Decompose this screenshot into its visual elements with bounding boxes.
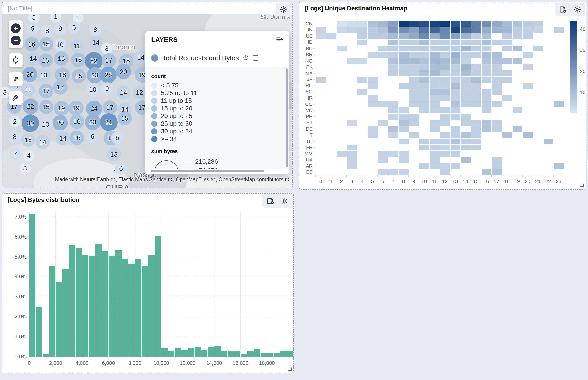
heatmap-cell[interactable] — [471, 95, 482, 101]
histogram-bar[interactable] — [227, 351, 234, 357]
heatmap-cell[interactable] — [471, 52, 482, 58]
heatmap-cell[interactable] — [398, 27, 409, 33]
heatmap-cell[interactable] — [367, 33, 378, 39]
heatmap-cell[interactable] — [419, 107, 430, 114]
heatmap-cell[interactable] — [450, 27, 461, 33]
cluster-bubble[interactable]: 10 — [53, 38, 67, 51]
heatmap-cell[interactable] — [357, 39, 368, 46]
heatmap-cell[interactable] — [398, 64, 409, 70]
heatmap-cell[interactable] — [440, 138, 450, 145]
heatmap-cell[interactable] — [430, 70, 440, 76]
heatmap-cell[interactable] — [440, 52, 450, 58]
heatmap-cell[interactable] — [409, 64, 419, 70]
map-canvas[interactable]: St. John'sTorontoNassauCUBA 511989681615… — [2, 14, 292, 188]
heatmap-cell[interactable] — [419, 52, 430, 58]
heatmap-cell[interactable] — [492, 21, 502, 27]
cluster-bubble[interactable]: 11 — [22, 83, 35, 96]
heatmap-cell[interactable] — [450, 82, 461, 89]
heatmap-cell[interactable] — [492, 101, 502, 108]
heatmap-cell[interactable] — [430, 120, 440, 126]
heatmap-cell[interactable] — [409, 45, 419, 52]
heatmap-cell[interactable] — [419, 82, 430, 89]
heatmap-cell[interactable] — [554, 27, 564, 33]
heatmap-cell[interactable] — [440, 27, 450, 33]
panel-settings-button[interactable] — [573, 5, 581, 14]
heatmap-cell[interactable] — [512, 107, 523, 114]
cluster-bubble[interactable]: 31 — [100, 113, 118, 131]
heatmap-cell[interactable] — [440, 120, 450, 126]
attribution-link[interactable]: OpenMapTiles — [176, 176, 209, 182]
heatmap-cell[interactable] — [430, 95, 440, 101]
heatmap-cell[interactable] — [471, 76, 482, 83]
heatmap-cell[interactable] — [409, 82, 419, 89]
cluster-bubble[interactable]: 14 — [56, 131, 70, 145]
heatmap-cell[interactable] — [419, 144, 430, 151]
heatmap-cell[interactable] — [430, 144, 440, 151]
heatmap-cell[interactable] — [450, 33, 461, 39]
cluster-bubble[interactable]: 4 — [23, 150, 35, 161]
cluster-bubble[interactable]: 9 — [54, 22, 67, 35]
heatmap-cell[interactable] — [398, 52, 409, 58]
heatmap-cell[interactable] — [440, 95, 450, 101]
cluster-bubble[interactable]: 17 — [39, 84, 53, 98]
heatmap-cell[interactable] — [388, 169, 399, 175]
heatmap-cell[interactable] — [471, 126, 482, 132]
cluster-bubble[interactable]: 3 — [19, 163, 31, 174]
heatmap-cell[interactable] — [450, 114, 461, 120]
heatmap-cell[interactable] — [523, 27, 533, 33]
heatmap-cell[interactable] — [357, 89, 368, 95]
cluster-bubble[interactable]: 2 — [9, 116, 20, 127]
cluster-bubble[interactable]: 16 — [70, 114, 84, 129]
heatmap-cell[interactable] — [378, 33, 388, 39]
heatmap-cell[interactable] — [440, 151, 450, 157]
heatmap-cell[interactable] — [461, 95, 471, 101]
heatmap-cell[interactable] — [419, 33, 430, 39]
heatmap-cell[interactable] — [430, 82, 440, 89]
cluster-bubble[interactable]: 19 — [69, 100, 84, 115]
cluster-bubble[interactable]: 16 — [71, 53, 85, 67]
attribution-link[interactable]: OpenStreetMap contributors — [219, 176, 283, 182]
cluster-bubble[interactable]: 12 — [133, 86, 146, 99]
heatmap-cell[interactable] — [316, 76, 326, 83]
heatmap-cell[interactable] — [388, 114, 399, 120]
histogram-bar[interactable] — [29, 214, 35, 357]
heatmap-cell[interactable] — [461, 39, 471, 46]
histogram-bar[interactable] — [148, 255, 154, 357]
heatmap-cell[interactable] — [450, 132, 461, 138]
cluster-bubble[interactable]: 9 — [27, 22, 39, 35]
cluster-bubble[interactable]: 20 — [116, 64, 131, 79]
heatmap-cell[interactable] — [440, 132, 450, 138]
heatmap-cell[interactable] — [430, 107, 440, 114]
heatmap-cell[interactable] — [430, 76, 440, 83]
cluster-bubble[interactable]: 19 — [54, 101, 69, 116]
heatmap-cell[interactable] — [347, 144, 357, 151]
panel-settings-button[interactable] — [280, 5, 288, 14]
zoom-out-button[interactable]: − — [11, 36, 21, 45]
cluster-bubble[interactable]: 6 — [115, 163, 127, 175]
histogram-bar[interactable] — [43, 354, 49, 357]
cluster-bubble[interactable]: 6 — [86, 131, 99, 143]
cluster-bubble[interactable]: 16 — [24, 37, 39, 52]
heatmap-cell[interactable] — [512, 27, 523, 33]
expand-map-button[interactable] — [9, 72, 23, 86]
heatmap-cell[interactable] — [419, 89, 430, 95]
heatmap-cell[interactable] — [461, 157, 471, 163]
heatmap-cell[interactable] — [492, 52, 502, 58]
panel-resize-handle[interactable] — [580, 184, 584, 187]
heatmap-cell[interactable] — [492, 58, 502, 64]
save-to-library-button[interactable] — [266, 197, 275, 205]
heatmap-cell[interactable] — [398, 151, 409, 157]
heatmap-cell[interactable] — [430, 89, 440, 95]
histogram-bar[interactable] — [280, 351, 286, 357]
heatmap-cell[interactable] — [367, 76, 378, 83]
heatmap-cell[interactable] — [388, 151, 399, 157]
heatmap-cell[interactable] — [398, 39, 409, 46]
heatmap-cell[interactable] — [450, 21, 461, 27]
heatmap-cell[interactable] — [502, 95, 513, 101]
heatmap-cell[interactable] — [502, 21, 513, 27]
histogram-bar[interactable] — [109, 256, 115, 357]
heatmap-cell[interactable] — [461, 120, 471, 126]
heatmap-cell[interactable] — [367, 27, 378, 33]
heatmap-cell[interactable] — [326, 33, 337, 39]
layer-visibility-checkbox[interactable] — [253, 55, 258, 61]
